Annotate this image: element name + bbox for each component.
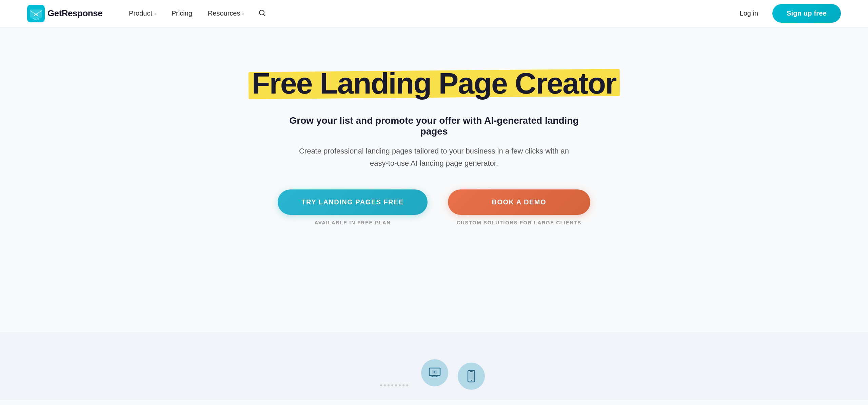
nav-resources[interactable]: Resources › xyxy=(202,6,250,21)
hero-description: Create professional landing pages tailor… xyxy=(298,145,570,169)
search-button[interactable] xyxy=(253,5,271,22)
dots-decoration xyxy=(380,384,408,386)
svg-point-8 xyxy=(471,380,472,381)
icon-row xyxy=(380,359,488,386)
try-free-button[interactable]: TRY LANDING PAGES FREE xyxy=(278,189,428,215)
mobile-icon-circle xyxy=(458,363,485,390)
monitor-icon xyxy=(428,366,441,380)
secondary-cta-group: BOOK A DEMO CUSTOM SOLUTIONS FOR LARGE C… xyxy=(448,189,590,225)
signup-button[interactable]: Sign up free xyxy=(772,4,841,23)
primary-cta-group: TRY LANDING PAGES FREE AVAILABLE IN FREE… xyxy=(278,189,428,225)
hero-section: Free Landing Page Creator Grow your list… xyxy=(0,27,868,332)
hero-subtitle: Grow your list and promote your offer wi… xyxy=(281,115,587,137)
search-icon xyxy=(258,9,266,17)
bottom-section xyxy=(0,332,868,400)
brand-name: GetResponse xyxy=(47,8,102,19)
nav-product[interactable]: Product › xyxy=(123,6,162,21)
nav-links: Product › Pricing Resources › xyxy=(123,5,733,22)
nav-resources-chevron: › xyxy=(242,11,244,16)
navbar-right: Log in Sign up free xyxy=(734,4,841,23)
svg-rect-9 xyxy=(469,373,474,379)
primary-cta-caption: AVAILABLE IN FREE PLAN xyxy=(315,220,391,225)
hero-title-highlight: Free Landing Page Creator xyxy=(252,68,616,99)
mobile-icon xyxy=(465,369,478,383)
secondary-cta-caption: CUSTOM SOLUTIONS FOR LARGE CLIENTS xyxy=(457,220,581,225)
navbar: 25 YEARS GetResponse Product › Pricing R… xyxy=(0,0,868,27)
book-demo-button[interactable]: BOOK A DEMO xyxy=(448,189,590,215)
hero-title-wrapper: Free Landing Page Creator xyxy=(252,68,616,99)
svg-text:YEARS: YEARS xyxy=(33,18,39,20)
monitor-icon-circle xyxy=(421,359,448,386)
hero-buttons: TRY LANDING PAGES FREE AVAILABLE IN FREE… xyxy=(278,189,590,225)
login-button[interactable]: Log in xyxy=(734,6,765,21)
nav-product-label: Product xyxy=(129,9,152,17)
svg-rect-3 xyxy=(30,9,42,18)
hero-title: Free Landing Page Creator xyxy=(252,68,616,99)
nav-resources-label: Resources xyxy=(208,9,240,17)
nav-pricing-label: Pricing xyxy=(172,9,192,17)
nav-pricing[interactable]: Pricing xyxy=(165,6,198,21)
nav-product-chevron: › xyxy=(154,11,156,16)
logo-icon: 25 YEARS xyxy=(27,5,45,22)
brand-logo[interactable]: 25 YEARS GetResponse xyxy=(27,5,102,22)
